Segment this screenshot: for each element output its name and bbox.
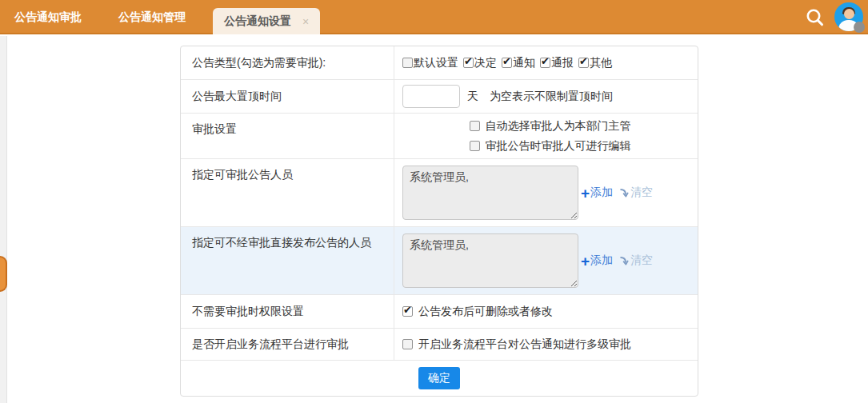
main-content: 公告类型(勾选为需要审批): 默认设置 决定 通知 通报 — [0, 36, 868, 403]
row-submit: 确定 — [181, 361, 698, 396]
user-avatar[interactable] — [834, 2, 863, 31]
avatar-face — [844, 9, 854, 19]
row-announcement-type: 公告类型(勾选为需要审批): 默认设置 决定 通知 通报 — [181, 46, 698, 80]
clear-label: 清空 — [630, 253, 653, 268]
confirm-button[interactable]: 确定 — [418, 367, 460, 389]
row-label: 审批设置 — [181, 114, 394, 158]
checkbox-enable-workflow[interactable]: 开启业务流程平台对公告通知进行多级审批 — [402, 334, 631, 354]
close-tab-icon[interactable]: × — [302, 16, 309, 27]
clear-label: 清空 — [630, 186, 653, 200]
checkbox[interactable] — [463, 58, 474, 68]
checkbox-approver-can-edit[interactable]: 审批公告时审批人可进行编辑 — [470, 136, 631, 156]
row-no-approval-permission: 不需要审批时权限设置 公告发布后可删除或者修改 — [181, 295, 698, 329]
checkbox[interactable] — [402, 306, 413, 317]
checkbox[interactable] — [470, 121, 480, 131]
checkbox[interactable] — [402, 58, 413, 68]
checkbox-label: 审批公告时审批人可进行编辑 — [486, 139, 631, 154]
row-label: 指定可不经审批直接发布公告的人员 — [181, 227, 394, 294]
tab-announcement-approval[interactable]: 公告通知审批 — [8, 0, 88, 34]
settings-form-table: 公告类型(勾选为需要审批): 默认设置 决定 通知 通报 — [180, 46, 698, 397]
tab-label: 公告通知审批 — [14, 10, 82, 25]
days-unit-label: 天 — [467, 90, 478, 104]
row-label: 是否开启业务流程平台进行审批 — [181, 329, 394, 360]
clear-arrow-icon — [619, 256, 630, 266]
add-approver-button[interactable]: 添加 — [581, 186, 613, 201]
tab-label: 公告通知设置 — [224, 14, 291, 29]
checkbox-label: 决定 — [474, 56, 497, 70]
row-max-pin-time: 公告最大置顶时间 天 为空表示不限制置顶时间 — [181, 80, 698, 114]
clear-approvers-button[interactable]: 清空 — [619, 186, 653, 200]
clear-arrow-icon — [619, 188, 630, 198]
add-publisher-button[interactable]: 添加 — [581, 253, 613, 269]
row-label: 公告最大置顶时间 — [181, 80, 394, 113]
checkbox[interactable] — [402, 339, 413, 349]
checkbox-label: 自动选择审批人为本部门主管 — [486, 119, 631, 134]
direct-publishers-textarea[interactable]: 系统管理员, — [402, 233, 578, 288]
checkbox[interactable] — [578, 58, 589, 68]
approvers-textarea[interactable]: 系统管理员, — [402, 166, 578, 220]
checkbox-label: 通报 — [551, 56, 574, 70]
row-label: 指定可审批公告人员 — [181, 159, 394, 226]
clear-publishers-button[interactable]: 清空 — [619, 253, 653, 268]
top-header-bar: 公告通知审批 公告通知管理 公告通知设置 × — [0, 0, 868, 34]
tab-label: 公告通知管理 — [118, 10, 186, 25]
checkbox-label: 其他 — [590, 56, 612, 70]
tab-announcement-settings[interactable]: 公告通知设置 × — [213, 8, 320, 34]
tab-bar: 公告通知审批 公告通知管理 公告通知设置 × — [8, 0, 320, 34]
plus-icon — [581, 186, 590, 201]
checkbox-bulletin[interactable]: 通报 — [540, 56, 574, 70]
row-designated-approvers: 指定可审批公告人员 系统管理员, 添加 清空 — [181, 159, 698, 227]
checkbox-decision[interactable]: 决定 — [463, 56, 497, 70]
search-icon[interactable] — [804, 7, 826, 28]
plus-icon — [581, 253, 590, 269]
row-direct-publishers: 指定可不经审批直接发布公告的人员 系统管理员, 添加 清空 — [181, 227, 698, 295]
left-side-strip — [0, 36, 7, 403]
checkbox-notice[interactable]: 通知 — [502, 56, 535, 70]
add-label: 添加 — [590, 186, 613, 200]
checkbox[interactable] — [470, 141, 480, 151]
sidebar-expand-handle[interactable] — [0, 256, 7, 292]
checkbox-label: 公告发布后可删除或者修改 — [418, 305, 553, 319]
max-pin-days-input[interactable] — [402, 85, 460, 108]
pin-time-hint: 为空表示不限制置顶时间 — [490, 90, 613, 104]
checkbox-other[interactable]: 其他 — [578, 56, 612, 70]
checkbox-auto-select-approver[interactable]: 自动选择审批人为本部门主管 — [470, 116, 631, 136]
checkbox-label: 开启业务流程平台对公告通知进行多级审批 — [418, 337, 631, 352]
row-label: 不需要审批时权限设置 — [181, 295, 394, 328]
checkbox-label: 默认设置 — [414, 56, 458, 70]
row-approval-settings: 审批设置 自动选择审批人为本部门主管 审批公告时审批人可进行编辑 — [181, 114, 698, 159]
add-label: 添加 — [590, 253, 613, 268]
checkbox-can-delete-modify[interactable]: 公告发布后可删除或者修改 — [402, 301, 553, 321]
checkbox[interactable] — [502, 58, 512, 68]
row-label: 公告类型(勾选为需要审批): — [181, 46, 394, 79]
checkbox-label: 通知 — [513, 56, 535, 70]
status-badge — [854, 22, 865, 33]
checkbox-default-setting[interactable]: 默认设置 — [402, 56, 458, 70]
checkbox[interactable] — [540, 58, 550, 68]
tab-announcement-management[interactable]: 公告通知管理 — [112, 0, 192, 34]
row-workflow-platform: 是否开启业务流程平台进行审批 开启业务流程平台对公告通知进行多级审批 — [181, 329, 698, 361]
